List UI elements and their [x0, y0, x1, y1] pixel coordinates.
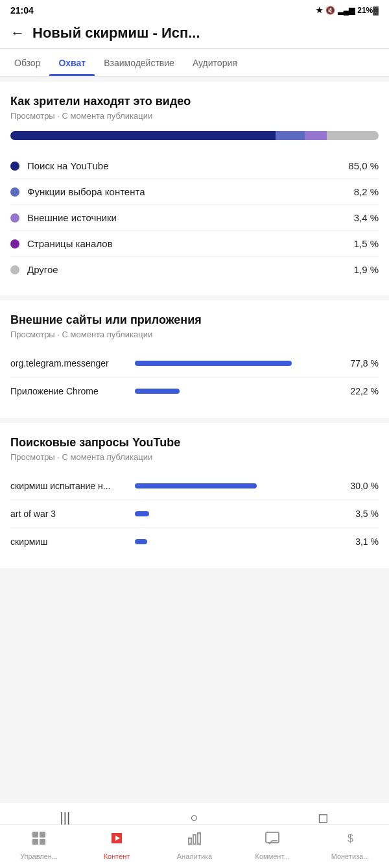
search-label-3: скирмиш [10, 536, 127, 547]
status-bar: 21:04 ★ 🔇 ▂▄▆ 21%▓ [0, 0, 389, 18]
bar-seg-3 [305, 131, 327, 140]
nav-manage-label: Управлен... [20, 852, 58, 860]
svg-rect-7 [198, 833, 200, 844]
search-queries-card: Поисковые запросы YouTube Просмотры · С … [0, 423, 389, 568]
svg-rect-3 [40, 839, 45, 845]
search-bar-2 [135, 511, 149, 516]
traffic-label-1: Поиск на YouTube [27, 160, 108, 171]
bar-seg-1 [10, 131, 276, 140]
mute-icon: 🔇 [325, 6, 335, 15]
nav-content[interactable]: Контент [97, 830, 136, 860]
search-row-2: art of war 3 3,5 % [10, 500, 379, 528]
search-bar-1 [135, 483, 257, 488]
tab-ohvat[interactable]: Охват [49, 49, 95, 76]
traffic-value-2: 8,2 % [354, 186, 379, 197]
signal-icon: ▂▄▆ [338, 6, 355, 15]
dot-1 [10, 162, 19, 171]
bluetooth-icon: ★ [316, 6, 323, 15]
header: ← Новый скирмиш - Исп... [0, 18, 389, 49]
search-bar-3 [135, 539, 147, 544]
traffic-stacked-bar [10, 131, 379, 140]
search-value-2: 3,5 % [346, 509, 379, 519]
svg-rect-2 [32, 839, 38, 845]
external-row-1: org.telegram.messenger 77,8 % [10, 350, 379, 378]
external-label-1: org.telegram.messenger [10, 358, 127, 368]
bar-seg-4 [327, 131, 379, 140]
traffic-value-3: 3,4 % [354, 212, 379, 223]
manage-icon [31, 830, 47, 850]
external-label-2: Приложение Chrome [10, 386, 127, 396]
traffic-card-subtitle: Просмотры · С момента публикации [10, 111, 379, 121]
analytics-icon [187, 830, 202, 850]
dot-3 [10, 213, 19, 223]
svg-rect-0 [32, 832, 38, 838]
traffic-item-3: Внешние источники 3,4 % [10, 205, 379, 231]
traffic-card-title: Как зрители находят это видео [10, 95, 379, 108]
tab-vzaimodeystvie[interactable]: Взаимодействие [95, 49, 183, 76]
traffic-sources-card: Как зрители находят это видео Просмотры … [0, 82, 389, 295]
search-bar-wrap-2 [135, 511, 338, 516]
svg-text:$: $ [348, 833, 353, 844]
tab-obzor[interactable]: Обзор [5, 49, 49, 76]
traffic-item-4: Страницы каналов 1,5 % [10, 231, 379, 257]
android-recents-icon[interactable]: ◻ [318, 810, 329, 825]
nav-analytics-label: Аналитика [177, 852, 212, 860]
external-card-title: Внешние сайты или приложения [10, 313, 379, 327]
traffic-label-5: Другое [27, 264, 58, 275]
android-home-icon[interactable]: ○ [190, 810, 198, 825]
nav-content-label: Контент [104, 852, 130, 860]
search-card-title: Поисковые запросы YouTube [10, 436, 379, 450]
search-value-3: 3,1 % [346, 536, 379, 547]
svg-rect-5 [189, 838, 191, 844]
status-icons: ★ 🔇 ▂▄▆ 21%▓ [316, 6, 379, 15]
external-card-subtitle: Просмотры · С момента публикации [10, 330, 379, 339]
traffic-item-2: Функции выбора контента 8,2 % [10, 179, 379, 205]
traffic-value-1: 85,0 % [348, 160, 379, 171]
bottom-navigation: Управлен... Контент Аналитика Коммент...… [0, 825, 389, 868]
tabs-bar: Обзор Охват Взаимодействие Аудитория [0, 49, 389, 77]
external-row-2: Приложение Chrome 22,2 % [10, 378, 379, 405]
search-label-1: скирмиш испытание н... [10, 481, 127, 491]
search-row-1: скирмиш испытание н... 30,0 % [10, 472, 379, 500]
nav-comments-label: Коммент... [255, 852, 290, 860]
traffic-item-1: Поиск на YouTube 85,0 % [10, 153, 379, 179]
search-bar-wrap-1 [135, 483, 338, 488]
content-icon [109, 830, 124, 850]
external-bar-wrap-2 [135, 389, 338, 394]
traffic-value-4: 1,5 % [354, 238, 379, 249]
page-title: Новый скирмиш - Исп... [32, 25, 200, 42]
status-time: 21:04 [10, 5, 34, 16]
traffic-label-2: Функции выбора контента [27, 186, 145, 197]
traffic-label-3: Внешние источники [27, 212, 117, 223]
nav-comments[interactable]: Коммент... [253, 830, 292, 860]
traffic-label-4: Страницы каналов [27, 238, 113, 249]
dot-5 [10, 265, 19, 274]
external-bar-1 [135, 361, 292, 366]
external-sites-card: Внешние сайты или приложения Просмотры ·… [0, 300, 389, 418]
search-row-3: скирмиш 3,1 % [10, 528, 379, 555]
search-value-1: 30,0 % [346, 481, 379, 491]
external-bar-2 [135, 389, 180, 394]
battery-icon: 21%▓ [357, 6, 379, 15]
comments-icon [265, 830, 280, 850]
external-bar-wrap-1 [135, 361, 338, 366]
android-back-icon[interactable]: ||| [60, 810, 71, 825]
dot-2 [10, 187, 19, 197]
nav-analytics[interactable]: Аналитика [175, 830, 214, 860]
traffic-value-5: 1,9 % [354, 264, 379, 275]
search-bar-wrap-3 [135, 539, 338, 544]
svg-rect-1 [40, 832, 45, 838]
svg-rect-6 [193, 835, 196, 844]
search-card-subtitle: Просмотры · С момента публикации [10, 452, 379, 462]
dot-4 [10, 239, 19, 248]
content-area: Как зрители находят это видео Просмотры … [0, 82, 389, 568]
search-label-2: art of war 3 [10, 509, 127, 519]
monetize-icon: $ [342, 830, 358, 850]
external-value-1: 77,8 % [346, 358, 379, 368]
nav-manage[interactable]: Управлен... [19, 830, 58, 860]
back-button[interactable]: ← [10, 25, 25, 42]
traffic-item-5: Другое 1,9 % [10, 257, 379, 282]
nav-monetize-label: Монетиза... [331, 852, 370, 860]
nav-monetize[interactable]: $ Монетиза... [331, 830, 370, 860]
tab-auditoriya[interactable]: Аудитория [183, 49, 246, 76]
